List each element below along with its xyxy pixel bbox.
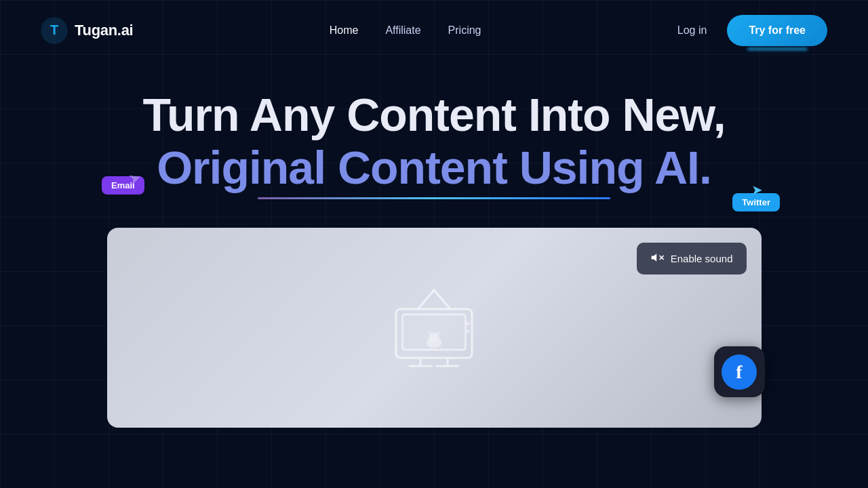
nav-actions: Log in Try for free — [677, 15, 827, 46]
nav-pricing[interactable]: Pricing — [448, 24, 481, 37]
facebook-widget[interactable]: f — [714, 346, 765, 397]
nav-home[interactable]: Home — [330, 24, 359, 37]
facebook-icon: f — [722, 354, 757, 390]
svg-line-4 — [418, 290, 434, 309]
logo-text: Tugan.ai — [75, 22, 133, 39]
video-section: Enable sound — [107, 228, 762, 428]
logo-area[interactable]: T Tugan.ai — [41, 17, 133, 44]
try-for-free-button[interactable]: Try for free — [727, 15, 827, 46]
logo-icon: T — [41, 17, 68, 44]
enable-sound-button[interactable]: Enable sound — [637, 243, 747, 274]
hero-section: Email ➤ Twitter ➤ Turn Any Content Into … — [0, 61, 868, 194]
svg-line-5 — [434, 290, 450, 309]
svg-point-9 — [466, 329, 469, 333]
nav-links: Home Affiliate Pricing — [330, 24, 481, 37]
tv-icon — [380, 274, 488, 382]
svg-point-8 — [466, 322, 469, 325]
hero-line1: Turn Any Content Into New, — [0, 88, 868, 141]
enable-sound-label: Enable sound — [671, 253, 733, 264]
video-container: Enable sound — [107, 228, 762, 428]
cursor-right-icon: ➤ — [751, 182, 763, 198]
navbar: T Tugan.ai Home Affiliate Pricing Log in… — [0, 0, 868, 61]
mute-icon — [650, 251, 664, 266]
login-link[interactable]: Log in — [677, 24, 707, 37]
svg-text:T: T — [50, 22, 58, 37]
nav-affiliate[interactable]: Affiliate — [385, 24, 420, 37]
